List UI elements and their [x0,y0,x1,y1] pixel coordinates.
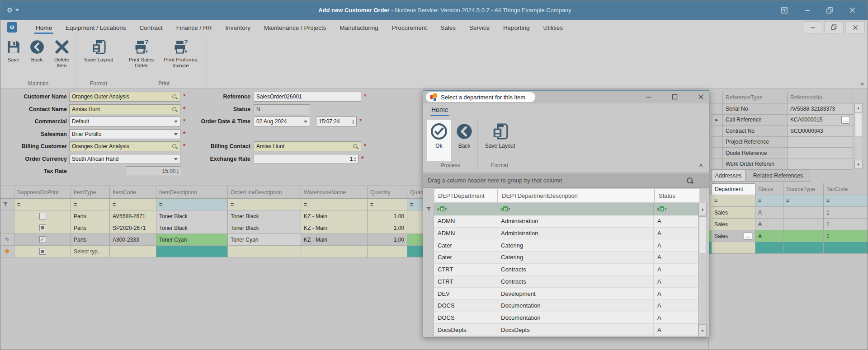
filter-operator[interactable]: = [826,198,830,204]
items-grid-row-2[interactable]: PartsSP2020-2671Toner BlackToner BlackKZ… [0,222,453,234]
ribbon-tab-service[interactable]: Service [462,21,496,34]
app-menu-gear-icon[interactable]: ⚙ [7,6,13,14]
app-menu-caret-icon[interactable] [15,9,19,11]
ribbon-tab-reporting[interactable]: Reporting [496,21,537,34]
cell-deptdepartment[interactable]: CTRT [434,276,497,288]
cell-department[interactable]: Sales [712,219,755,230]
reference-row-4[interactable]: Project Reference [711,137,853,148]
cell-status[interactable]: A [654,215,699,228]
ribbon-tab-home[interactable]: Home [29,21,59,34]
cell-sourcetype[interactable] [783,207,824,219]
dialog-titlebar[interactable]: Select a department for this item [423,91,709,103]
cell-deptdepartment[interactable]: DOCS [434,312,497,324]
cell-deptdepartment[interactable]: DEV [434,288,497,300]
department-row-1[interactable]: SalesA1 [709,207,868,219]
reference-field[interactable]: SalesOrder026001 [254,92,361,102]
panel-tab-related-references[interactable]: Related References [746,169,810,182]
ribbon-tab-inventory[interactable]: Inventory [218,21,257,34]
filter-operator[interactable]: = [304,201,307,208]
department-option-row-10[interactable]: DocsDeptsDocsDeptsA [424,324,699,336]
reference-row-5[interactable]: Quote Reference [711,148,853,159]
mdi-minimize-icon[interactable] [803,21,822,33]
dock-panel-icon[interactable] [781,7,788,14]
cell-orderlinedescription[interactable] [228,246,301,257]
column-header-orderlinedescription[interactable]: OrderLineDescription [228,186,301,199]
items-grid-row-4[interactable]: ✱Select typ... [0,246,453,257]
exchange-rate-field[interactable]: 1 ▴▾ [254,154,359,164]
scroll-down-icon[interactable]: ▼ [698,324,707,337]
cell-warehousename[interactable]: KZ - Main [301,210,368,222]
dialog-minimize-icon[interactable] [645,93,652,100]
filter-cell-itemcode[interactable]: = [110,199,156,210]
mdi-restore-icon[interactable] [824,21,844,33]
ribbon-tab-procurement[interactable]: Procurement [385,21,434,34]
dialog-scrollbar[interactable]: ▲ ▼ [698,203,707,337]
filter-cell-sourcetype[interactable]: = [783,195,824,207]
cell-department[interactable] [712,242,755,254]
contact-name-field[interactable]: Amias Hunt [69,104,180,114]
cell-status[interactable]: A [654,264,699,276]
column-header-referencetype[interactable]: ReferenceType [723,92,788,103]
cell-deptdepartmentdescription[interactable]: Contracts [497,276,654,288]
scrollbar-thumb[interactable] [855,113,862,136]
back-button[interactable]: Back [452,120,476,149]
cell-itemtype[interactable]: Select typ... [71,246,110,257]
cell-deptdepartmentdescription[interactable]: Development [497,288,654,300]
mdi-close-icon[interactable] [845,21,865,33]
filter-operator[interactable]: = [74,201,77,208]
cell-status[interactable]: A [755,230,783,242]
ribbon-tab-manufacturing[interactable]: Manufacturing [333,21,385,34]
filter-operator[interactable]: = [17,201,20,208]
suppress-checkbox-unchecked[interactable] [39,213,46,219]
commercial-dropdown[interactable]: Default [69,117,180,126]
save-button[interactable]: Save [4,39,24,63]
ellipsis-button[interactable]: ... [841,116,850,124]
department-option-row-5[interactable]: CTRTContractsA [424,264,699,276]
cell-referencetype[interactable]: Project Reference [723,137,788,148]
cell-referenceno[interactable]: SCO0000343 [788,126,853,137]
filter-operator[interactable]: = [786,198,789,204]
cell-deptdepartmentdescription[interactable]: DocsDepts [497,324,654,336]
reference-row-1[interactable]: Serial NoAV5588-32183373 [711,103,853,115]
filter-cell-warehousename[interactable]: = [301,199,368,210]
department-option-row-9[interactable]: DOCSDocumentationA [424,312,699,324]
cell-warehousename[interactable]: KZ - Main [301,222,368,234]
cell-orderlinedescription[interactable]: Toner Black [228,222,301,234]
cell-deptdepartment[interactable]: ADMN [434,215,497,228]
items-grid-row-1[interactable]: PartsAV5588-2671Toner BlackToner BlackKZ… [0,210,453,222]
filter-cell-department[interactable]: = [712,195,755,207]
cell-status[interactable]: A [654,300,699,312]
order-time-spinner[interactable]: 15:07:24 ▴▾ [316,117,357,126]
cell-status[interactable]: A [654,288,699,300]
filter-cell-deptdepartmentdescription[interactable]: aBc [497,203,654,215]
filter-operator[interactable]: = [231,201,234,208]
department-option-row-2[interactable]: ADMNAdministrationA [424,228,699,240]
column-header-deptdepartment[interactable]: DEPTDepartment [434,189,497,203]
order-currency-dropdown[interactable]: South African Rand [69,154,180,164]
panel-tab-addresses[interactable]: Addresses [711,169,745,182]
filter-cell-itemdescription[interactable]: = [156,199,228,210]
filter-operator[interactable]: = [758,198,761,204]
filter-cell-quantity[interactable]: = [368,199,407,210]
search-icon[interactable] [353,144,359,149]
filter-operator[interactable]: = [370,201,373,208]
column-header-warehousename[interactable]: WarehouseName [301,186,368,199]
cell-referenceno[interactable] [788,137,853,148]
department-option-row-6[interactable]: CTRTContractsA [424,276,699,288]
column-header-deptdepartmentdescription[interactable]: DEPTDepartmentDescription [498,189,654,203]
close-icon[interactable] [849,7,856,14]
filter-operator[interactable]: = [159,201,162,208]
order-date-dropdown[interactable]: 02 Aug 2024 [254,117,310,126]
filter-cell-orderlinedescription[interactable]: = [228,199,301,210]
column-header-itemcode[interactable]: ItemCode [110,186,156,199]
tax-rate-field[interactable]: 15.00 ▴▾ [126,166,181,176]
cell-status[interactable]: A [654,252,699,264]
cell-itemdescription[interactable]: Toner Cyan [156,234,228,246]
filter-cell-status[interactable]: aBc [654,203,699,215]
ribbon-tab-maintenance-projects[interactable]: Maintenance / Projects [257,21,333,34]
cell-taxcode[interactable]: 1 [824,207,868,219]
app-button-gear-icon[interactable]: ⚙ [7,22,17,33]
cell-warehousename[interactable]: KZ - Main [301,234,368,246]
filter-cell-itemtype[interactable]: = [71,199,110,210]
department-option-row-1[interactable]: ADMNAdministrationA [424,215,699,228]
